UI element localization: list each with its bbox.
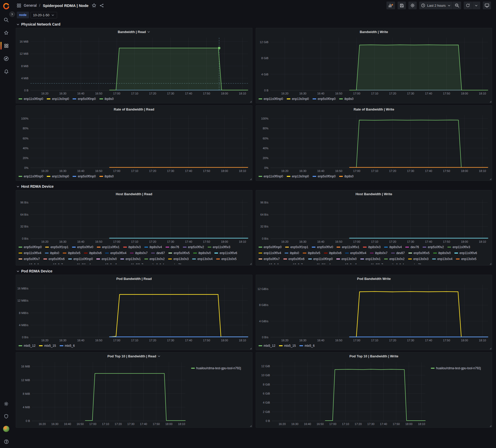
legend-item[interactable]: ibp8s0v1 (387, 263, 404, 264)
refresh-interval-button[interactable] (472, 2, 480, 9)
legend-item[interactable]: enp13s0np0 (335, 263, 357, 264)
search-icon[interactable] (0, 17, 12, 23)
time-range-picker[interactable]: Last 2 hours (419, 2, 453, 9)
legend-item[interactable]: enp5s0f1np1 (45, 245, 68, 249)
legend-item[interactable]: ibp8s0v1 (147, 263, 165, 264)
legend-item[interactable]: mlx5_6 (60, 344, 75, 348)
panel-resize-handle[interactable] (250, 348, 252, 349)
panel-resize-handle[interactable] (250, 263, 252, 265)
legend-item[interactable]: ibp8s0 (339, 175, 353, 178)
legend-item[interactable]: dev87 (391, 251, 405, 255)
legend-item[interactable]: enp5s0f1np1 (285, 245, 308, 249)
legend-item[interactable]: ibp8s0 (99, 97, 114, 101)
legend-item[interactable]: mlx5_6 (299, 344, 315, 348)
share-icon[interactable] (99, 3, 104, 8)
legend-item[interactable]: ibp8s0v3 (123, 245, 141, 249)
legend-item[interactable]: ibp8s0v5 (63, 251, 80, 255)
legend-item[interactable]: enp11s0f0v1 (97, 245, 120, 249)
legend-item[interactable]: enp11s0f0v7 (121, 263, 143, 264)
legend-item[interactable]: ibp8s0v5 (303, 251, 320, 255)
legend-item[interactable]: ibp8s0 (285, 251, 299, 255)
legend-item[interactable]: mlx5_12 (19, 344, 35, 348)
panel-title[interactable]: Pod Top 10 | Bandwidth | Read (16, 352, 252, 360)
variable-node-value[interactable]: 10-20-1-50 (30, 12, 57, 18)
legend-item[interactable]: enp13s0np0 (47, 175, 69, 178)
legend-item[interactable]: enp11s0f0np0 (259, 97, 283, 101)
legend-item[interactable]: enp13s0np0 (287, 175, 309, 178)
legend-item[interactable]: ibp8s0v6 (84, 251, 102, 255)
section-pod-rdma-device[interactable]: Pod RDMA Device (16, 268, 492, 275)
legend-item[interactable]: enp11s0f0v3 (208, 245, 230, 249)
legend-item[interactable]: enp11s0f1np1 (66, 263, 91, 264)
dashboard-settings-button[interactable] (408, 2, 417, 9)
save-dashboard-button[interactable] (398, 2, 406, 9)
chart-area[interactable]: 16:2016:3016:4016:5017:0017:1017:2017:30… (18, 113, 251, 173)
legend-item[interactable]: huailou/rdma-test-gpu-tool-n792j (431, 366, 481, 370)
panel-title[interactable]: Rate of Bandwidth | Write (256, 106, 492, 113)
user-avatar[interactable] (3, 426, 9, 432)
legend-item[interactable]: ibp8s0v0 (433, 251, 451, 255)
sidebar-expand-button[interactable] (9, 11, 15, 17)
server-admin-shield-icon[interactable] (0, 413, 12, 419)
panel-resize-handle[interactable] (490, 101, 491, 103)
legend-item[interactable]: enp11s0f0v4 (19, 251, 41, 255)
panel-resize-handle[interactable] (490, 425, 491, 427)
legend-item[interactable]: enp13s0v7 (43, 263, 63, 264)
section-physical-network-card[interactable]: Physical Network Card (16, 21, 492, 28)
variable-node-label[interactable]: node (17, 12, 29, 18)
legend-item[interactable]: ibp8s0v3 (363, 245, 381, 249)
panel-resize-handle[interactable] (490, 348, 491, 349)
section-host-rdma-device[interactable]: Host RDMA Device (16, 183, 492, 190)
legend-item[interactable]: enp5s0f0v0 (312, 245, 333, 249)
alerting-bell-icon[interactable] (0, 69, 12, 74)
legend-item[interactable]: ibp8s0v7 (130, 251, 148, 255)
legend-item[interactable]: enp5s0f0v4 (105, 251, 126, 255)
legend-item[interactable]: mlx5_15 (39, 344, 56, 348)
zoom-out-button[interactable] (453, 2, 461, 9)
panel-title[interactable]: Pod Bandwidth | Read (16, 275, 252, 282)
legend-item[interactable]: enp13s0v4 (432, 257, 453, 261)
chart-area[interactable]: 16:2016:3016:4016:5017:0017:1017:2017:30… (18, 282, 251, 343)
legend-item[interactable]: enp13s0v5 (456, 257, 476, 261)
legend-item[interactable]: enp13s0v0 (336, 257, 357, 261)
panel-title[interactable]: Pod Bandwidth Write (256, 275, 492, 282)
legend-item[interactable]: enp11s0f0v6 (214, 251, 237, 255)
legend-item[interactable]: enp13s0v7 (282, 263, 303, 264)
legend-item[interactable]: enp11s0f0np0 (308, 257, 333, 261)
chart-area[interactable]: 16:2016:3016:4016:5017:0017:1017:2017:30… (18, 35, 251, 96)
legend-item[interactable]: enp5s0f0np0 (313, 175, 336, 178)
chart-area[interactable]: 16:2016:3016:4016:5017:0017:1017:2017:30… (258, 282, 491, 343)
legend-item[interactable]: enp13s0v0 (96, 257, 117, 261)
legend-item[interactable]: enp13s0v1 (120, 257, 141, 261)
legend-item[interactable]: enp5s0f0v4 (345, 251, 366, 255)
panel-resize-handle[interactable] (250, 178, 252, 180)
legend-item[interactable]: ibp8s0v6 (324, 251, 342, 255)
configuration-gear-icon[interactable] (0, 401, 12, 407)
legend-item[interactable]: enp13s0v2 (144, 257, 165, 261)
legend-item[interactable]: enp13s0v4 (192, 257, 213, 261)
legend-item[interactable]: enp5s0f0v7 (259, 257, 280, 261)
grafana-logo[interactable] (3, 3, 10, 10)
legend-item[interactable]: enp5s0f0np0 (313, 97, 336, 101)
dashboards-icon[interactable] (0, 43, 12, 49)
legend-item[interactable]: enp13s0v2 (384, 257, 405, 261)
legend-item[interactable]: huailou/rdma-test-gpu-tool-n792j (191, 366, 241, 370)
panel-title[interactable]: Bandwidth | Write (256, 28, 492, 35)
legend-item[interactable]: enp11s0f0np0 (19, 175, 43, 178)
add-panel-button[interactable] (386, 2, 395, 9)
panel-title[interactable]: Pod Top 10 | Bandwidth | Write (256, 352, 492, 360)
panel-title[interactable]: Rate of Bandwidth | Read (16, 106, 252, 113)
legend-item[interactable]: enp5s0f0v5 (168, 251, 190, 255)
chart-area[interactable]: 16:2016:3016:4016:5017:0017:1017:2017:30… (258, 360, 428, 426)
dashboards-grid-icon[interactable] (17, 3, 21, 8)
chart-area[interactable]: 16:2016:3016:4016:5017:0017:1017:2017:30… (18, 198, 251, 244)
legend-item[interactable]: enp11s0f0np0 (68, 257, 93, 261)
chart-area[interactable]: 16:2016:3016:4016:5017:0017:1017:2017:30… (18, 360, 188, 426)
chart-area[interactable]: 16:2016:3016:4016:5017:0017:1017:2017:30… (258, 198, 491, 244)
legend-item[interactable]: mlx5_12 (259, 344, 275, 348)
panel-resize-handle[interactable] (490, 263, 491, 265)
legend-item[interactable]: enp13s0v1 (360, 257, 381, 261)
legend-item[interactable]: enp13s0v6 (19, 263, 39, 264)
legend-item[interactable]: enp5s0f0v5 (408, 251, 430, 255)
panel-title[interactable]: Bandwidth | Read (16, 28, 252, 35)
